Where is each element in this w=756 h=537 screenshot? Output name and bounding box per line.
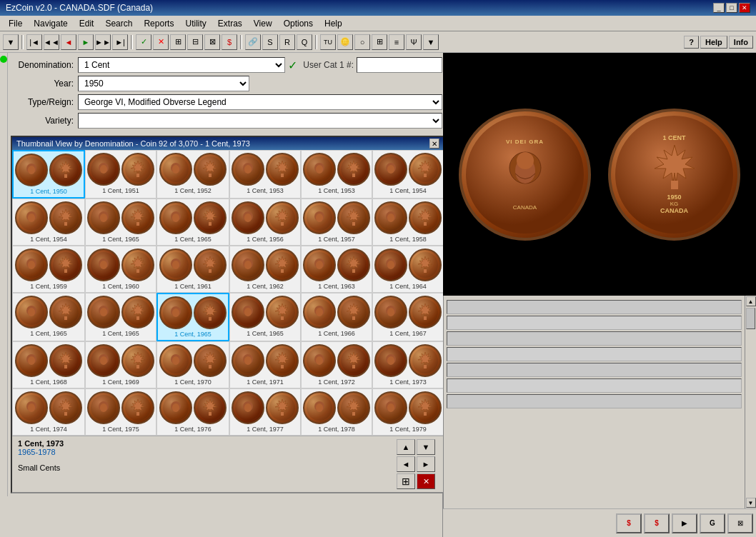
menu-edit[interactable]: Edit xyxy=(74,17,100,30)
psi-btn[interactable]: Ψ xyxy=(406,34,422,50)
nav-up-button[interactable]: ▲ xyxy=(397,439,415,455)
thumbnail-cell[interactable]: 1 Cent, 1968 xyxy=(12,341,85,388)
cross-btn[interactable]: ✕ xyxy=(153,34,169,50)
thumbnail-cell[interactable]: 1 Cent, 1960 xyxy=(85,246,156,293)
scroll-up[interactable]: ▲ xyxy=(746,296,756,306)
thumbnail-cell[interactable]: 1 Cent, 1959 xyxy=(12,246,85,293)
thumbnail-cell[interactable]: 1 Cent, 1970 xyxy=(156,341,229,388)
coin-thumbnail xyxy=(121,153,154,186)
q-btn[interactable]: Q xyxy=(297,34,312,50)
menu-search[interactable]: Search xyxy=(99,17,138,30)
r-btn[interactable]: R xyxy=(279,34,295,50)
thumbnail-cell[interactable]: 1 Cent, 1951 xyxy=(85,150,156,199)
variety-select[interactable] xyxy=(78,113,442,129)
menu-file[interactable]: File xyxy=(3,17,28,30)
thumbnail-cell[interactable]: 1 Cent, 1952 xyxy=(156,150,229,199)
coin-btn[interactable]: 🪙 xyxy=(337,34,353,50)
nav-next-jump[interactable]: ►► xyxy=(95,34,111,50)
dollar-btn[interactable]: $ xyxy=(222,34,237,50)
action-dollar-1[interactable]: $ xyxy=(616,513,642,533)
menu-reports[interactable]: Reports xyxy=(138,17,179,30)
coin-obverse-area: VI DEI GRA CANADA xyxy=(450,109,600,241)
nav-prev[interactable]: ◄ xyxy=(61,34,76,50)
circle-btn[interactable]: ○ xyxy=(354,34,370,50)
nav-last[interactable]: ►| xyxy=(112,34,128,50)
thumbnail-cell[interactable]: 1 Cent, 1971 xyxy=(229,341,301,388)
close-button[interactable]: ✕ xyxy=(739,3,750,13)
thumbnail-cell[interactable]: 1 Cent, 1973 xyxy=(372,341,444,388)
menu-view[interactable]: View xyxy=(248,17,278,30)
nav-down-button[interactable]: ▼ xyxy=(417,439,435,455)
scrollbar[interactable]: ▲ ▼ xyxy=(745,296,756,508)
thumbnail-cell[interactable]: 1 Cent, 1963 xyxy=(301,246,372,293)
menu-extras[interactable]: Extras xyxy=(212,17,248,30)
thumbnail-cell[interactable]: 1 Cent, 1972 xyxy=(301,341,372,388)
thumbnail-cell[interactable]: 1 Cent, 1956 xyxy=(229,199,301,246)
thumbnail-cell[interactable]: 1 Cent, 1950 xyxy=(12,150,85,199)
action-dollar-2[interactable]: $ xyxy=(644,513,670,533)
maximize-button[interactable]: □ xyxy=(726,3,737,13)
window-controls[interactable]: _ □ ✕ xyxy=(713,3,750,13)
thumbnail-cell[interactable]: 1 Cent, 1957 xyxy=(301,199,372,246)
thumbnail-cell[interactable]: 1 Cent, 1953 xyxy=(301,150,372,199)
help-icon[interactable]: ? xyxy=(684,36,699,49)
help-button[interactable]: Help xyxy=(700,36,727,49)
thumbnail-cell[interactable]: 1 Cent, 1965 xyxy=(12,293,85,341)
thumbnail-cell[interactable]: 1 Cent, 1977 xyxy=(229,388,301,436)
nav-first[interactable]: |◄ xyxy=(26,34,42,50)
check-btn[interactable]: ✓ xyxy=(136,34,151,50)
thumbnail-cell[interactable]: 1 Cent, 1966 xyxy=(301,293,372,341)
thumbnail-cell[interactable]: 1 Cent, 1958 xyxy=(372,199,444,246)
menu-options[interactable]: Options xyxy=(278,17,319,30)
thumbnail-cell[interactable]: 1 Cent, 1976 xyxy=(156,388,229,436)
table-btn[interactable]: ⊞ xyxy=(372,34,387,50)
thumbnail-cell[interactable]: 1 Cent, 1965 xyxy=(156,199,229,246)
thumbnail-cell[interactable]: 1 Cent, 1967 xyxy=(372,293,444,341)
scroll-thumb[interactable] xyxy=(746,308,755,329)
menu-utility[interactable]: Utility xyxy=(179,17,212,30)
thumbnail-cell[interactable]: 1 Cent, 1969 xyxy=(85,341,156,388)
action-play[interactable]: ▶ xyxy=(672,513,697,533)
thumbnail-cell[interactable]: 1 Cent, 1978 xyxy=(301,388,372,436)
tu-btn[interactable]: TU xyxy=(320,34,336,50)
thumbnail-cell[interactable]: 1 Cent, 1964 xyxy=(372,246,444,293)
menu-help[interactable]: Help xyxy=(319,17,348,30)
thumbnail-cell[interactable]: 1 Cent, 1975 xyxy=(85,388,156,436)
thumbnail-cell[interactable]: 1 Cent, 1965 xyxy=(85,199,156,246)
nav-special-button[interactable]: ⊞ xyxy=(397,473,415,489)
grid-btn[interactable]: ⊞ xyxy=(170,34,186,50)
filter-button[interactable]: ▼ xyxy=(3,34,19,50)
denomination-select[interactable]: 1 Cent xyxy=(78,57,285,73)
minus-btn[interactable]: ⊠ xyxy=(204,34,220,50)
thumbnail-cell[interactable]: 1 Cent, 1979 xyxy=(372,388,444,436)
info-button[interactable]: Info xyxy=(729,36,753,49)
thumbnail-cell[interactable]: 1 Cent, 1965 xyxy=(85,293,156,341)
nav-next[interactable]: ► xyxy=(78,34,94,50)
dropdown-btn[interactable]: ▼ xyxy=(423,34,439,50)
nav-left-button[interactable]: ◄ xyxy=(397,456,415,472)
bar-btn[interactable]: ≡ xyxy=(389,34,404,50)
s-btn[interactable]: S xyxy=(262,34,278,50)
nav-x-button[interactable]: ✕ xyxy=(417,473,435,489)
link-btn[interactable]: 🔗 xyxy=(245,34,261,50)
year-select[interactable]: 1950 xyxy=(78,76,249,91)
thumbnail-cell[interactable]: 1 Cent, 1962 xyxy=(229,246,301,293)
thumbnail-cell[interactable]: 1 Cent, 1965 xyxy=(156,293,229,341)
nav-prev-jump[interactable]: ◄◄ xyxy=(44,34,59,50)
grid2-btn[interactable]: ⊟ xyxy=(187,34,203,50)
thumbnail-cell[interactable]: 1 Cent, 1974 xyxy=(12,388,85,436)
minimize-button[interactable]: _ xyxy=(713,3,725,13)
thumbnail-cell[interactable]: 1 Cent, 1961 xyxy=(156,246,229,293)
thumbnail-cell[interactable]: 1 Cent, 1953 xyxy=(229,150,301,199)
action-grid[interactable]: ⊠ xyxy=(727,513,753,533)
menu-navigate[interactable]: Navigate xyxy=(28,17,73,30)
user-cat-input[interactable] xyxy=(357,57,442,73)
nav-right-button[interactable]: ► xyxy=(417,456,435,472)
type-select[interactable]: George VI, Modified Obverse Legend xyxy=(78,94,442,110)
thumbnail-cell[interactable]: 1 Cent, 1965 xyxy=(229,293,301,341)
thumbnail-cell[interactable]: 1 Cent, 1954 xyxy=(12,199,85,246)
action-g[interactable]: G xyxy=(700,513,725,533)
thumbnail-cell[interactable]: 1 Cent, 1954 xyxy=(372,150,444,199)
scroll-down[interactable]: ▼ xyxy=(746,498,756,508)
thumbnail-close-button[interactable]: ✕ xyxy=(429,139,439,149)
